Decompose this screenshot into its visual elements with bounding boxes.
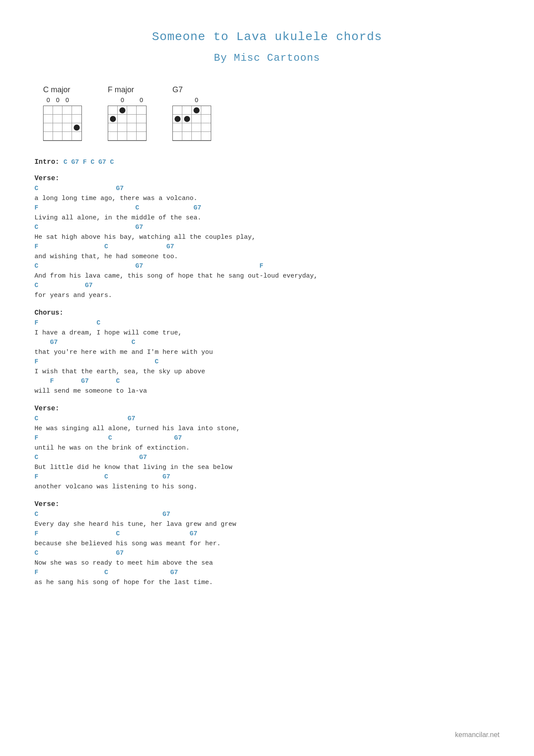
verse2-lyric-2: until he was on the brink of extinction. bbox=[34, 444, 500, 453]
verse3-chord-2: F C G7 bbox=[34, 529, 500, 539]
verse1-lyric-2: Living all alone, in the middle of the s… bbox=[34, 213, 500, 223]
verse3-lyric-3: Now she was so ready to meet him above t… bbox=[34, 559, 500, 569]
verse3-lyric-1: Every day she heard his tune, her lava g… bbox=[34, 520, 500, 530]
verse1-chord-2: F C G7 bbox=[34, 203, 500, 213]
chorus-label: Chorus: bbox=[34, 309, 500, 317]
intro-label: Intro: bbox=[34, 158, 63, 166]
chord-g7-label: G7 bbox=[172, 85, 183, 94]
page-title: Someone to Lava ukulele chords bbox=[34, 30, 500, 44]
chord-c-major: C major O O O O bbox=[43, 85, 82, 141]
verse3-lyric-2: because she believed his song was meant … bbox=[34, 539, 500, 549]
verse1-lyric-6: for years and years. bbox=[34, 291, 500, 301]
intro-section: Intro: C G7 F C G7 C bbox=[34, 158, 500, 166]
verse2-lyric-4: another volcano was listening to his son… bbox=[34, 482, 500, 492]
verse2-chord-2: F C G7 bbox=[34, 434, 500, 444]
verse1-section: Verse: C G7 a long long time ago, there … bbox=[34, 175, 500, 300]
verse2-section: Verse: C G7 He was singing all alone, tu… bbox=[34, 405, 500, 492]
verse2-label: Verse: bbox=[34, 405, 500, 412]
chorus-chord-1: F C bbox=[34, 319, 500, 328]
chorus-lyric-1: I have a dream, I hope will come true, bbox=[34, 328, 500, 338]
chorus-lyric-3: I wish that the earth, sea, the sky up a… bbox=[34, 367, 500, 377]
verse3-label: Verse: bbox=[34, 500, 500, 508]
verse1-chord-6: C G7 bbox=[34, 281, 500, 291]
verse2-chord-1: C G7 bbox=[34, 414, 500, 424]
verse1-chord-3: C G7 bbox=[34, 223, 500, 233]
chorus-chord-2: G7 C bbox=[34, 338, 500, 348]
chorus-chord-3: F C bbox=[34, 357, 500, 367]
verse1-chord-4: F C G7 bbox=[34, 242, 500, 252]
verse1-lyric-5: And from his lava came, this song of hop… bbox=[34, 272, 500, 281]
chorus-lyric-4: will send me someone to la-va bbox=[34, 387, 500, 397]
verse1-chord-5: C G7 F bbox=[34, 262, 500, 272]
watermark: kemancilar.net bbox=[455, 731, 500, 739]
verse2-chord-4: F C G7 bbox=[34, 472, 500, 482]
verse3-section: Verse: C G7 Every day she heard his tune… bbox=[34, 500, 500, 587]
chorus-lyric-2: that you're here with me and I'm here wi… bbox=[34, 348, 500, 358]
chord-f-major: F major - O - O bbox=[108, 85, 147, 141]
verse3-lyric-4: as he sang his song of hope for the last… bbox=[34, 578, 500, 588]
verse1-lyric-1: a long long time ago, there was a volcan… bbox=[34, 194, 500, 204]
verse1-label: Verse: bbox=[34, 175, 500, 182]
verse3-chord-3: C G7 bbox=[34, 549, 500, 559]
page-subtitle: By Misc Cartoons bbox=[34, 52, 500, 64]
verse3-chord-4: F C G7 bbox=[34, 568, 500, 578]
verse2-lyric-3: But little did he know that living in th… bbox=[34, 463, 500, 473]
verse2-lyric-1: He was singing all alone, turned his lav… bbox=[34, 424, 500, 434]
verse1-chord-1: C G7 bbox=[34, 184, 500, 194]
chorus-chord-4: F G7 C bbox=[34, 377, 500, 387]
intro-chords: C G7 F C G7 C bbox=[63, 159, 114, 166]
chord-f-major-label: F major bbox=[108, 85, 134, 94]
chord-g7: G7 - - O - bbox=[172, 85, 211, 141]
chord-diagrams-container: C major O O O O bbox=[34, 85, 500, 141]
verse1-lyric-4: and wishing that, he had someone too. bbox=[34, 252, 500, 262]
verse3-chord-1: C G7 bbox=[34, 510, 500, 520]
verse1-lyric-3: He sat high above his bay, watching all … bbox=[34, 233, 500, 243]
chord-c-major-label: C major bbox=[43, 85, 70, 94]
chorus-section: Chorus: F C I have a dream, I hope will … bbox=[34, 309, 500, 396]
verse2-chord-3: C G7 bbox=[34, 453, 500, 463]
